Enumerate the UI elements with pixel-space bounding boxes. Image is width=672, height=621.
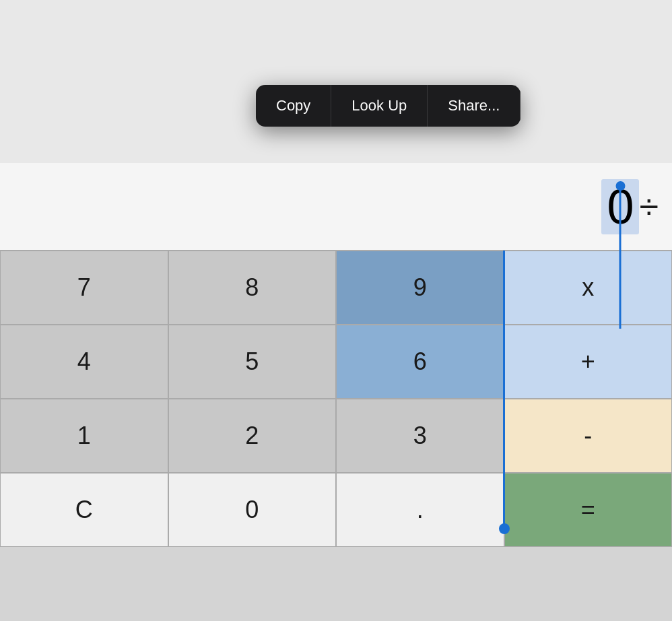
display-area: 0 ÷ — [0, 163, 672, 251]
btn-0[interactable]: 0 — [168, 473, 337, 547]
btn-3[interactable]: 3 — [336, 399, 504, 473]
btn-5[interactable]: 5 — [168, 325, 337, 399]
context-menu-arrow — [380, 125, 397, 127]
context-menu-copy[interactable]: Copy — [256, 85, 331, 127]
btn-x[interactable]: x — [504, 251, 673, 325]
display-divider: ÷ — [639, 187, 659, 227]
btn-6[interactable]: 6 — [336, 325, 504, 399]
btn-9[interactable]: 9 — [336, 251, 504, 325]
btn-plus[interactable]: + — [504, 325, 673, 399]
context-menu: Copy Look Up Share... — [256, 85, 520, 127]
btn-8[interactable]: 8 — [168, 251, 337, 325]
btn-7[interactable]: 7 — [0, 251, 168, 325]
btn-equals[interactable]: = — [504, 473, 673, 547]
btn-4[interactable]: 4 — [0, 325, 168, 399]
btn-clear[interactable]: C — [0, 473, 168, 547]
cursor-top-dot — [615, 181, 625, 191]
context-menu-lookup[interactable]: Look Up — [331, 85, 428, 127]
calculator: 0 ÷ 7 8 9 x 4 5 6 + 1 2 3 - C 0 — [0, 163, 672, 621]
btn-1[interactable]: 1 — [0, 399, 168, 473]
button-grid: 7 8 9 x 4 5 6 + 1 2 3 - C 0 . = — [0, 251, 672, 621]
btn-2[interactable]: 2 — [168, 399, 337, 473]
context-menu-share[interactable]: Share... — [428, 85, 520, 127]
btn-minus[interactable]: - — [504, 399, 673, 473]
cursor-top-line — [619, 186, 621, 329]
btn-dot[interactable]: . — [336, 473, 504, 547]
display-selected: 0 — [607, 179, 634, 234]
